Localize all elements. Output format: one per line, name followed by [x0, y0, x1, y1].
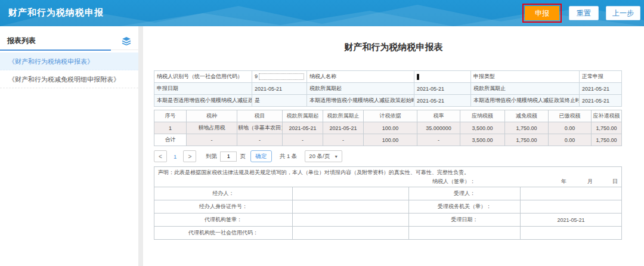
data-cell: 35.000000 [417, 122, 460, 134]
data-cell: 1,750.00 [592, 134, 622, 146]
declaration-statement-cell: 声明：此表是根据国家税收法律法规及相关规定填写的，本人（单位）对填报内容（及附带… [154, 167, 622, 187]
declaration-row: 代理机构签章：受理日期：2021-05-21 [154, 214, 622, 227]
info-value-cell: 2021-05-21 [252, 83, 307, 95]
data-cell: - [417, 134, 460, 146]
page-size-value: 20 条/页 [309, 153, 330, 160]
signature-line: 纳税人（签章）： 年 月 日 [158, 178, 618, 185]
total-count-label: 共 1 条 [280, 153, 298, 160]
data-cell: 2021-05-21 [283, 122, 323, 134]
declaration-value-cell [521, 200, 622, 214]
declaration-statement-row: 声明：此表是根据国家税收法律法规及相关规定填写的，本人（单位）对填报内容（及附带… [154, 167, 622, 187]
info-value-cell: 2021-05-21 [414, 95, 471, 107]
info-label-cell: 纳税人识别号（统一社会信用代码） [154, 71, 252, 83]
page-number-input[interactable] [220, 151, 237, 162]
info-label-cell: 税款所属期起 [307, 83, 414, 95]
layers-icon[interactable] [122, 37, 131, 45]
prev-step-button[interactable]: 上一步 [606, 6, 640, 20]
date-year-label: 年 [561, 178, 566, 185]
tax-items-table: 序号税种税目税款所属期起税款所属期止计税依据税率应纳税额减免税额已缴税额应补退税… [154, 110, 622, 146]
info-row: 本期是否适用增值税小规模纳税人减征政策是本期适用增值税小规模纳税人减征政策起始时… [154, 95, 622, 107]
column-header-cell: 减免税额 [505, 110, 549, 122]
next-page-button[interactable]: > [183, 150, 196, 162]
info-label-cell: 申报日期 [154, 83, 252, 95]
redacted-value [417, 74, 419, 80]
column-header-cell: 税款所属期起 [283, 110, 323, 122]
declaration-value-cell [521, 187, 622, 200]
data-cell: 1,750.00 [505, 134, 549, 146]
sidebar-item-reduction-detail-form[interactable]: 《财产和行为税减免税明细申报附表》 [0, 70, 138, 88]
declaration-label-cell: 受理日期： [409, 214, 521, 227]
data-cell: 1,750.00 [592, 122, 622, 134]
info-label-cell: 本期适用增值税小规模纳税人减征政策起始时间 [307, 95, 414, 107]
column-header-cell: 已缴税额 [549, 110, 592, 122]
info-value-cell: 是 [252, 95, 307, 107]
report-list-sidebar: 报表列表 《财产和行为税纳税申报表》 《财产和行为税减免税明细申报附表》 [0, 26, 138, 266]
column-header-cell: 税款所属期止 [323, 110, 364, 122]
declaration-label-cell: 受理税务机关（章）： [409, 200, 521, 214]
column-header-cell: 序号 [154, 110, 187, 122]
prev-page-button[interactable]: < [154, 150, 167, 162]
declaration-value-cell [293, 214, 409, 227]
declaration-row: 经办人：受理人： [154, 187, 622, 200]
declaration-label-cell: 经办人： [154, 187, 293, 200]
declaration-value-cell [293, 187, 409, 200]
declaration-label-cell: 代理机构统一社会信用代码： [154, 227, 293, 240]
tax-items-table-body: 1耕地占用税耕地（非基本农田）2021-05-212021-05-21100.0… [154, 122, 622, 146]
column-header-cell: 应纳税额 [460, 110, 505, 122]
sidebar-header: 报表列表 [0, 32, 138, 50]
data-cell: 100.00 [364, 134, 417, 146]
pagination: < 1 > 到第 页 确定 共 1 条 20 条/页 ▼ [154, 150, 621, 162]
data-cell: 3,500.00 [460, 122, 505, 134]
total-row: 合计----100.00-3,500.001,750.000.001,750.0… [154, 134, 622, 146]
sidebar-item-main-declaration-form[interactable]: 《财产和行为税纳税申报表》 [0, 52, 138, 70]
data-cell: - [187, 134, 237, 146]
submit-button[interactable]: 申报 [525, 6, 559, 20]
info-value-cell: 9 [252, 71, 307, 83]
data-cell: 合计 [154, 134, 187, 146]
sidebar-title: 报表列表 [7, 36, 36, 46]
form-content: 纳税人识别号（统一社会信用代码）9纳税人名称申报类型正常申报申报日期2021-0… [154, 70, 621, 240]
tax-items-header-row: 序号税种税目税款所属期起税款所属期止计税依据税率应纳税额减免税额已缴税额应补退税… [154, 110, 622, 122]
declaration-value-cell: 2021-05-21 [521, 214, 622, 227]
taxpayer-signature-label: 纳税人（签章）： [432, 178, 475, 185]
data-cell: 100.00 [364, 122, 417, 134]
declaration-label-cell [409, 227, 521, 240]
info-label-cell: 纳税人名称 [307, 71, 414, 83]
data-cell: 耕地（非基本农田） [237, 122, 283, 134]
data-cell: 耕地占用税 [187, 122, 237, 134]
date-day-label: 日 [612, 178, 618, 185]
declaration-row: 经办人身份证件号：受理税务机关（章）： [154, 200, 622, 214]
data-cell: 1 [154, 122, 187, 134]
tax-item-row: 1耕地占用税耕地（非基本农田）2021-05-212021-05-21100.0… [154, 122, 622, 134]
data-cell: 0.00 [549, 122, 592, 134]
column-header-cell: 税种 [187, 110, 237, 122]
declaration-label-cell: 经办人身份证件号： [154, 200, 293, 214]
declaration-value-cell [293, 200, 409, 214]
reset-button[interactable]: 重置 [569, 6, 599, 20]
info-value-cell: 正常申报 [580, 71, 622, 83]
main-panel: 财产和行为税纳税申报表 纳税人识别号（统一社会信用代码）9纳税人名称申报类型正常… [143, 26, 644, 266]
data-cell: - [237, 134, 283, 146]
data-cell: - [323, 134, 364, 146]
page-size-select[interactable]: 20 条/页 ▼ [305, 150, 342, 162]
column-header-cell: 税目 [237, 110, 283, 122]
form-title: 财产和行为税纳税申报表 [143, 42, 644, 53]
confirm-page-button[interactable]: 确定 [250, 150, 272, 162]
data-cell: 2021-05-21 [323, 122, 364, 134]
chevron-down-icon: ▼ [334, 154, 338, 159]
app-header: 财产和行为税纳税申报 申报 重置 上一步 [0, 0, 644, 26]
tax-items-table-head: 序号税种税目税款所属期起税款所属期止计税依据税率应纳税额减免税额已缴税额应补退税… [154, 110, 622, 122]
taxpayer-info-table: 纳税人识别号（统一社会信用代码）9纳税人名称申报类型正常申报申报日期2021-0… [154, 70, 622, 107]
column-header-cell: 应补退税额 [592, 110, 622, 122]
page-title: 财产和行为税纳税申报 [8, 0, 104, 25]
redacted-value [259, 73, 304, 80]
header-button-group: 申报 重置 上一步 [522, 0, 640, 26]
declaration-table: 声明：此表是根据国家税收法律法规及相关规定填写的，本人（单位）对填报内容（及附带… [154, 166, 622, 240]
info-row: 申报日期2021-05-21税款所属期起2021-05-21税款所属期止2021… [154, 83, 622, 95]
date-month-label: 月 [587, 178, 593, 185]
declaration-row: 代理机构统一社会信用代码： [154, 227, 622, 240]
page-unit-label: 页 [240, 153, 246, 160]
taxpayer-info-table-body: 纳税人识别号（统一社会信用代码）9纳税人名称申报类型正常申报申报日期2021-0… [154, 71, 622, 107]
declaration-table-body: 经办人：受理人：经办人身份证件号：受理税务机关（章）：代理机构签章：受理日期：2… [154, 187, 622, 240]
current-page-number[interactable]: 1 [174, 153, 177, 160]
